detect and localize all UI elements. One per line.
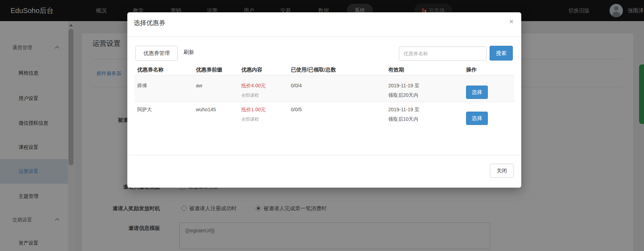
col-header-usage: 已使用/已领取/总数 xyxy=(291,67,336,73)
coupon-manage-button[interactable]: 优惠券管理 xyxy=(135,46,178,61)
coupon-name: 阿萨大 xyxy=(137,107,152,113)
coupon-prefix: aw xyxy=(196,83,202,88)
coupon-validity-line2: 领取后10天内 xyxy=(388,116,419,123)
coupon-search-input[interactable] xyxy=(399,46,487,61)
table-row xyxy=(134,75,514,102)
coupon-prefix: wuho145 xyxy=(196,107,216,112)
coupon-content: 抵价1.00元 xyxy=(241,107,266,113)
close-icon[interactable]: × xyxy=(509,18,514,25)
coupon-name: 师傅 xyxy=(137,83,147,89)
col-header-content: 优惠内容 xyxy=(241,67,262,73)
divider xyxy=(134,102,514,102)
coupon-scope: 全部课程 xyxy=(241,117,259,123)
refresh-button[interactable]: 刷新 xyxy=(184,49,194,56)
col-header-validity: 有效期 xyxy=(388,67,404,73)
col-header-action: 操作 xyxy=(466,67,477,73)
coupon-scope: 全部课程 xyxy=(241,93,259,99)
modal-close-button[interactable]: 关闭 xyxy=(490,164,514,178)
search-button[interactable]: 搜索 xyxy=(490,46,513,61)
select-coupon-button[interactable]: 选择 xyxy=(466,86,488,99)
coupon-usage: 0/0/4 xyxy=(291,83,302,88)
col-header-name: 优惠券名称 xyxy=(137,67,164,73)
divider xyxy=(127,37,521,37)
divider xyxy=(127,155,521,155)
col-header-prefix: 优惠券前缀 xyxy=(196,67,222,73)
modal-title: 选择优惠券 xyxy=(134,19,165,27)
coupon-content: 抵价4.00元 xyxy=(241,83,266,89)
select-coupon-button[interactable]: 选择 xyxy=(466,112,488,125)
coupon-validity-line1: 2019-11-19 至 xyxy=(388,107,419,113)
select-coupon-modal: 选择优惠券 × 优惠券管理 刷新 搜索 优惠券名称 优惠券前缀 优惠内容 已使用… xyxy=(127,12,521,188)
coupon-validity-line2: 领取后20天内 xyxy=(388,92,419,99)
coupon-validity-line1: 2019-11-19 至 xyxy=(388,83,419,89)
coupon-usage: 0/0/5 xyxy=(291,107,302,112)
